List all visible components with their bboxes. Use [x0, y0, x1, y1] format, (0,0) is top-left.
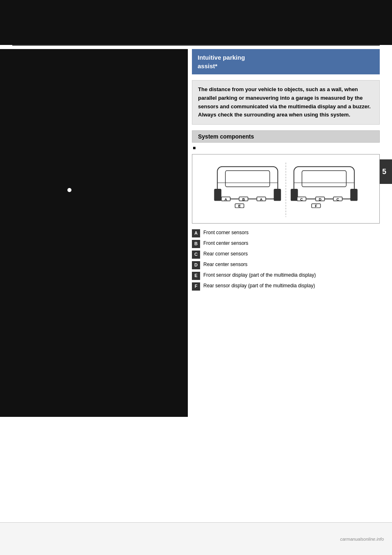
horizontal-rule: [12, 45, 380, 46]
section-number: 5: [382, 168, 386, 176]
svg-rect-4: [274, 189, 281, 201]
top-bar: [0, 0, 392, 45]
car-diagram-box: A B A E: [192, 154, 380, 224]
info-box: The distance from your vehicle to object…: [192, 80, 380, 125]
svg-text:B: B: [242, 197, 245, 201]
label-text-f: Rear sensor display (part of the multime…: [203, 282, 380, 289]
label-row-a: A Front corner sensors: [192, 229, 380, 237]
right-content-area: Intuitive parking assist* The distance f…: [192, 49, 380, 293]
label-text-a: Front corner sensors: [203, 229, 380, 236]
badge-b: B: [192, 240, 200, 248]
section-subtext-symbol: ■: [193, 145, 196, 151]
system-components-title: System components: [198, 133, 254, 140]
system-components-header: System components: [192, 130, 380, 143]
svg-text:A: A: [260, 197, 263, 201]
badge-d: D: [192, 261, 200, 269]
info-box-text: The distance from your vehicle to object…: [198, 86, 371, 118]
badge-a: A: [192, 229, 200, 237]
svg-text:E: E: [238, 204, 241, 208]
svg-text:C: C: [336, 197, 339, 201]
badge-c: C: [192, 251, 200, 259]
svg-rect-3: [214, 189, 221, 201]
left-content-area: [0, 49, 188, 417]
label-text-c: Rear corner sensors: [203, 251, 380, 257]
car-diagram-svg: A B A E: [196, 159, 375, 219]
svg-rect-1: [225, 171, 270, 187]
label-text-e: Front sensor display (part of the multim…: [203, 272, 380, 279]
svg-rect-18: [350, 189, 358, 201]
label-row-c: C Rear corner sensors: [192, 251, 380, 259]
label-row-d: D Rear center sensors: [192, 261, 380, 269]
label-text-d: Rear center sensors: [203, 261, 380, 268]
svg-rect-15: [302, 171, 346, 187]
svg-text:A: A: [225, 197, 227, 201]
badge-e: E: [192, 272, 200, 280]
watermark-text: carmanualsonline.info: [340, 537, 384, 542]
section-title-box: Intuitive parking assist*: [192, 49, 380, 74]
component-labels: A Front corner sensors B Front center se…: [192, 229, 380, 291]
label-row-b: B Front center sensors: [192, 240, 380, 248]
badge-f: F: [192, 282, 200, 291]
label-row-e: E Front sensor display (part of the mult…: [192, 272, 380, 280]
svg-text:F: F: [315, 204, 317, 208]
label-row-f: F Rear sensor display (part of the multi…: [192, 282, 380, 291]
label-text-b: Front center sensors: [203, 240, 380, 247]
page-container: 5 Intuitive parking assist* The distance…: [0, 0, 392, 555]
bullet-point: [67, 188, 71, 192]
section-subtext: ■: [192, 145, 380, 151]
svg-text:C: C: [300, 197, 303, 201]
section-title-text: Intuitive parking assist*: [198, 54, 245, 69]
bottom-bar: carmanualsonline.info: [0, 522, 392, 555]
svg-text:D: D: [319, 197, 322, 201]
